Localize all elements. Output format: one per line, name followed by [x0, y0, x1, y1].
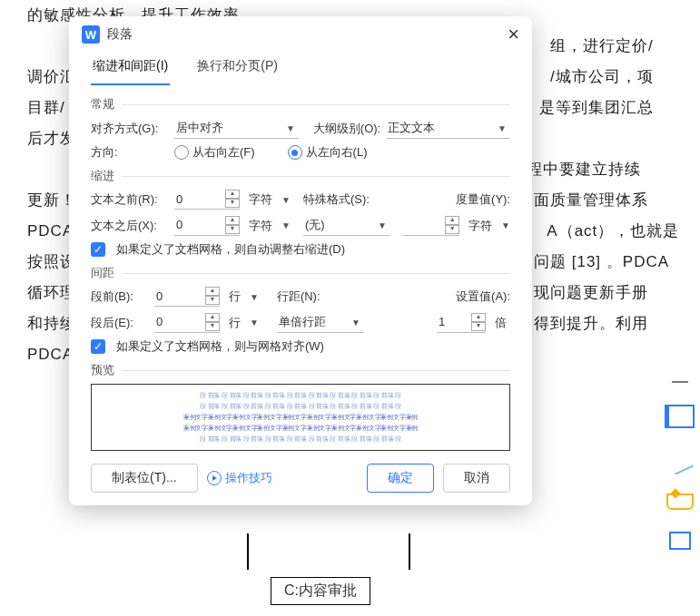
snap-to-grid-label: 如果定义了文档网格，则与网格对齐(W) — [116, 338, 324, 355]
flow-box-c: C:内容审批 — [271, 577, 370, 605]
close-icon[interactable]: × — [508, 26, 519, 43]
spin-down-icon[interactable]: ▼ — [205, 296, 220, 305]
direction-rtl-radio[interactable]: 从右向左(F) — [174, 144, 255, 161]
direction-label: 方向: — [91, 144, 169, 161]
screen-icon[interactable] — [669, 532, 691, 550]
preview-box: 段 前落 段 前落 段 前落 段 前落 段 前落 段 前落 段 前落 段 前落 … — [91, 384, 510, 451]
section-spacing: 间距 — [91, 265, 114, 281]
special-format-label: 特殊格式(S): — [303, 191, 370, 208]
indent-before-input[interactable]: 0▲▼ — [174, 190, 240, 210]
spin-up-icon[interactable]: ▲ — [205, 287, 220, 296]
snap-to-grid-checkbox[interactable]: ✓ — [91, 339, 105, 354]
paint-bucket-icon[interactable] — [666, 494, 694, 510]
measure-input[interactable]: ▲▼ — [403, 216, 459, 236]
play-icon — [207, 471, 222, 485]
dash-icon[interactable] — [672, 381, 688, 383]
cancel-button[interactable]: 取消 — [443, 464, 510, 493]
alignment-label: 对齐方式(G): — [91, 121, 169, 137]
chevron-down-icon: ▼ — [498, 123, 507, 133]
set-value-label: 设置值(A): — [456, 288, 510, 305]
spin-up-icon[interactable]: ▲ — [205, 313, 220, 322]
space-after-input[interactable]: 0▲▼ — [154, 313, 220, 333]
line-spacing-select[interactable]: 单倍行距▼ — [277, 312, 364, 333]
unit-multiple: 倍 — [495, 315, 507, 331]
special-format-select[interactable]: (无)▼ — [303, 215, 390, 236]
auto-adjust-indent-label: 如果定义了文档网格，则自动调整右缩进(D) — [116, 241, 345, 258]
tabs-button[interactable]: 制表位(T)... — [91, 464, 198, 493]
section-indent: 缩进 — [91, 168, 114, 184]
measure-label: 度量值(Y): — [456, 191, 510, 208]
indent-before-label: 文本之前(R): — [91, 191, 169, 208]
pen-icon[interactable] — [665, 446, 693, 474]
spin-up-icon[interactable]: ▲ — [225, 216, 240, 225]
flow-arrow-left — [247, 533, 249, 570]
direction-ltr-radio[interactable]: 从左向右(L) — [288, 144, 368, 161]
paragraph-panel-icon[interactable] — [665, 405, 695, 428]
ok-button[interactable]: 确定 — [367, 464, 434, 493]
unit-char: 字符 — [468, 218, 492, 234]
unit-char: 字符 — [249, 191, 272, 208]
spin-up-icon[interactable]: ▲ — [445, 216, 459, 225]
spin-down-icon[interactable]: ▼ — [225, 199, 240, 208]
space-before-input[interactable]: 0▲▼ — [154, 287, 220, 307]
chevron-down-icon: ▼ — [351, 318, 360, 328]
line-spacing-label: 行距(N): — [277, 288, 320, 305]
chevron-down-icon: ▼ — [286, 123, 295, 133]
outline-label: 大纲级别(O): — [313, 121, 380, 137]
tab-indent-spacing[interactable]: 缩进和间距(I) — [91, 53, 170, 85]
section-preview: 预览 — [91, 362, 114, 378]
unit-line: 行 — [229, 288, 241, 305]
spin-down-icon[interactable]: ▼ — [205, 322, 220, 331]
spin-up-icon[interactable]: ▲ — [225, 190, 240, 199]
spin-down-icon[interactable]: ▼ — [445, 225, 459, 234]
space-before-label: 段前(B): — [91, 288, 149, 305]
flow-arrow-right — [409, 533, 410, 570]
tips-link[interactable]: 操作技巧 — [207, 470, 272, 486]
chevron-down-icon: ▼ — [378, 220, 387, 230]
alignment-select[interactable]: 居中对齐▼ — [174, 118, 299, 139]
section-general: 常规 — [91, 96, 114, 112]
auto-adjust-indent-checkbox[interactable]: ✓ — [91, 242, 105, 257]
spin-down-icon[interactable]: ▼ — [471, 322, 486, 331]
spin-down-icon[interactable]: ▼ — [225, 225, 240, 234]
indent-after-input[interactable]: 0▲▼ — [174, 216, 240, 236]
set-value-input[interactable]: 1▲▼ — [437, 313, 486, 333]
spin-up-icon[interactable]: ▲ — [471, 313, 486, 322]
outline-select[interactable]: 正文文本▼ — [386, 118, 510, 139]
tab-line-page-breaks[interactable]: 换行和分页(P) — [195, 53, 280, 85]
app-icon: W — [82, 25, 100, 44]
indent-after-label: 文本之后(X): — [91, 218, 169, 234]
dialog-title: 段落 — [107, 26, 133, 43]
unit-line: 行 — [229, 315, 241, 331]
unit-char: 字符 — [249, 218, 272, 234]
paragraph-dialog: W 段落 × 缩进和间距(I) 换行和分页(P) 常规 对齐方式(G): 居中对… — [69, 16, 532, 505]
space-after-label: 段后(E): — [91, 315, 149, 331]
